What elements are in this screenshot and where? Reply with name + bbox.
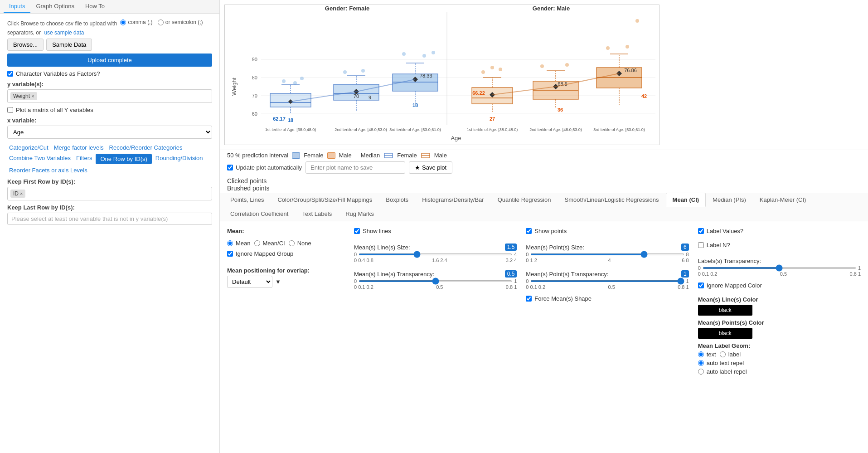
save-plot-button[interactable]: ★ Save plot xyxy=(409,161,452,174)
x-variable-select[interactable]: Age xyxy=(7,126,212,139)
mean-radio-mean[interactable]: Mean xyxy=(227,240,251,247)
point-size-container: Mean(s) Point(s) Size: 6 0 8 0 1 2 4 6 8 xyxy=(526,244,689,263)
ignore-mapped-color-checkbox[interactable] xyxy=(698,283,704,288)
mean-radio-none[interactable]: None xyxy=(289,240,311,247)
mean-point-size-label: Mean(s) Point(s) Size: xyxy=(526,244,584,251)
tab-mean-ci[interactable]: Mean (CI) xyxy=(666,193,706,207)
svg-text:Age: Age xyxy=(451,135,461,141)
svg-point-60 xyxy=(490,66,494,69)
mean-point-transparency-slider[interactable] xyxy=(530,280,684,282)
plot-matrix-checkbox[interactable] xyxy=(7,107,13,113)
show-lines-label: Show lines xyxy=(363,228,391,234)
svg-text:1st tertile of Age: [38.0,48.0: 1st tertile of Age: [38.0,48.0) xyxy=(265,127,316,132)
mean-positioning-select[interactable]: Default xyxy=(227,276,272,288)
id-tag-remove[interactable]: × xyxy=(20,191,23,196)
mean-line-color-box[interactable]: black xyxy=(698,305,752,316)
force-means-shape-label: Force Mean(s) Shape xyxy=(534,295,592,302)
tab-boxplots[interactable]: Boxplots xyxy=(379,193,415,207)
char-vars-checkbox-row: Character Variables as Factors? xyxy=(7,70,212,77)
tab-median-pis[interactable]: Median (PIs) xyxy=(706,193,753,207)
y-tag-weight-remove[interactable]: × xyxy=(31,93,34,99)
one-row-by-id-link[interactable]: One Row by ID(s) xyxy=(96,154,151,164)
female-median-label: Female xyxy=(397,152,417,159)
svg-text:42: 42 xyxy=(641,93,647,99)
keep-first-input[interactable]: ID × xyxy=(7,187,212,200)
id-tag: ID × xyxy=(10,190,25,198)
chart-area: Weight 60 70 80 90 Gender: Female Gender… xyxy=(220,0,868,150)
plot-name-input[interactable] xyxy=(305,161,405,174)
show-lines-row: Show lines xyxy=(354,228,517,234)
labels-colors-col: Label Values? Label N? Labels(s) Transpa… xyxy=(698,228,861,375)
tab-correlation[interactable]: Correlation Coefficient xyxy=(223,207,295,221)
male-legend-label: Male xyxy=(339,152,352,159)
tab-inputs[interactable]: Inputs xyxy=(4,0,30,13)
upload-complete-button[interactable]: Upload complete xyxy=(7,54,212,67)
svg-text:18: 18 xyxy=(288,117,293,123)
separators-text: separators, or use sample data xyxy=(7,29,212,36)
merge-factor-link[interactable]: Merge factor levels xyxy=(52,143,106,152)
browse-button[interactable]: Browse... xyxy=(7,39,44,51)
update-auto-checkbox[interactable] xyxy=(227,165,233,170)
prediction-legend: 50 % prediction interval Female Male xyxy=(227,152,352,159)
comma-radio[interactable] xyxy=(120,19,126,25)
svg-point-69 xyxy=(540,64,544,68)
mean-radio-mean-ci[interactable]: Mean/CI xyxy=(254,240,285,247)
sample-data-button[interactable]: Sample Data xyxy=(46,39,92,51)
update-auto-row: Update plot automatically xyxy=(227,164,302,171)
svg-text:Gender: Male: Gender: Male xyxy=(533,5,570,12)
settings-panel: Mean: Mean Mean/CI None xyxy=(220,221,868,453)
force-means-shape-checkbox[interactable] xyxy=(526,296,532,302)
median-legend: Median Female Male xyxy=(361,152,447,159)
svg-text:90: 90 xyxy=(252,57,257,62)
tab-histograms[interactable]: Histograms/Density/Bar xyxy=(415,193,491,207)
svg-text:70: 70 xyxy=(354,93,359,99)
label-values-checkbox[interactable] xyxy=(698,228,704,234)
categorize-cut-link[interactable]: Categorize/Cut xyxy=(7,143,50,152)
mean-line-size-slider[interactable] xyxy=(359,253,512,255)
filters-link[interactable]: Filters xyxy=(74,154,94,164)
geom-text-radio[interactable]: text xyxy=(698,351,716,358)
rounding-division-link[interactable]: Rounding/Division xyxy=(154,154,205,164)
mean-point-size-slider[interactable] xyxy=(530,253,684,255)
point-transparency-container: Mean(s) Point(s) Transparency: 1 0 1 0 0… xyxy=(526,270,689,290)
recode-reorder-link[interactable]: Recode/Reorder Categories xyxy=(107,143,184,152)
show-lines-checkbox[interactable] xyxy=(354,228,360,234)
x-variable-label: x variable: xyxy=(7,117,212,124)
browse-row: Browse... Sample Data xyxy=(7,39,212,51)
click-browse-text: Click Browse to choose csv file to uploa… xyxy=(7,19,212,27)
geom-label-radio[interactable]: label xyxy=(720,351,741,358)
ignore-mapped-group-checkbox[interactable] xyxy=(227,251,233,257)
mean-positioning-label: Mean positioning for overlap: xyxy=(227,267,345,274)
semicolon-radio[interactable] xyxy=(158,19,164,25)
tab-quantile-regression[interactable]: Quantile Regression xyxy=(491,193,558,207)
tab-kaplan-meier[interactable]: Kaplan-Meier (CI) xyxy=(753,193,813,207)
tab-how-to[interactable]: How To xyxy=(80,0,110,13)
svg-text:27: 27 xyxy=(490,116,495,122)
char-vars-checkbox[interactable] xyxy=(7,71,13,77)
tab-smooth-linear[interactable]: Smooth/Linear/Logistic Regressions xyxy=(558,193,665,207)
y-variable-input[interactable]: Weight × xyxy=(7,89,212,103)
tab-color-group[interactable]: Color/Group/Split/Size/Fill Mappings xyxy=(271,193,379,207)
reorder-facets-link[interactable]: Reorder Facets or axis Levels xyxy=(7,166,89,175)
tab-graph-options[interactable]: Graph Options xyxy=(30,0,80,13)
tab-points-lines[interactable]: Points, Lines xyxy=(223,193,271,207)
svg-text:66.22: 66.22 xyxy=(472,90,485,96)
svg-text:80: 80 xyxy=(252,75,257,80)
labels-transparency-slider[interactable] xyxy=(703,267,856,269)
ignore-mapped-group-label: Ignore Mapped Group xyxy=(236,250,293,257)
use-sample-data-link[interactable]: use sample data xyxy=(44,29,84,36)
mean-points-color-section: Mean(s) Points(s) Color black xyxy=(698,319,861,339)
chart-tabs: Points, Lines Color/Group/Split/Size/Fil… xyxy=(220,193,868,221)
tab-rug-marks[interactable]: Rug Marks xyxy=(339,207,381,221)
mean-line-transparency-slider[interactable] xyxy=(359,280,512,282)
svg-point-80 xyxy=(626,45,629,49)
label-n-checkbox[interactable] xyxy=(698,242,704,248)
label-values-label: Label Values? xyxy=(707,228,743,234)
auto-label-repel-radio[interactable]: auto label repel xyxy=(698,368,861,375)
combine-two-vars-link[interactable]: Combine Two Variables xyxy=(7,154,73,164)
tab-text-labels[interactable]: Text Labels xyxy=(295,207,339,221)
keep-last-input[interactable] xyxy=(7,213,212,225)
auto-text-repel-radio[interactable]: auto text repel xyxy=(698,360,861,366)
mean-points-color-box[interactable]: black xyxy=(698,328,752,339)
show-points-checkbox[interactable] xyxy=(526,228,532,234)
